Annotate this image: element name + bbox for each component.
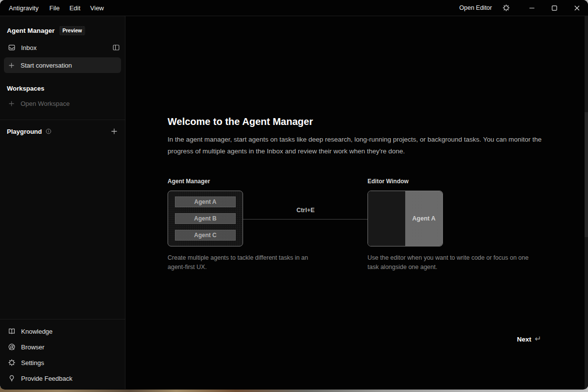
inbox-icon xyxy=(8,44,16,51)
playground-title: Playground xyxy=(7,128,42,135)
menu-view[interactable]: View xyxy=(90,4,104,12)
browser-icon xyxy=(8,343,16,351)
next-button[interactable]: Next ↵ xyxy=(517,335,541,343)
menu-file[interactable]: File xyxy=(49,4,60,12)
sidebar-divider xyxy=(0,120,125,120)
maximize-icon xyxy=(552,5,557,11)
playground-add-button[interactable] xyxy=(110,127,118,135)
gear-icon xyxy=(502,4,510,12)
agent-manager-diagram-label: Agent Manager xyxy=(168,178,210,185)
knowledge-label: Knowledge xyxy=(21,328,52,335)
plus-icon xyxy=(8,62,15,69)
sidebar-item-inbox[interactable]: Inbox xyxy=(0,40,125,55)
minimize-icon xyxy=(529,5,535,11)
sidebar-item-knowledge[interactable]: Knowledge xyxy=(0,323,125,339)
editor-window-caption: Use the editor when you want to write co… xyxy=(368,253,529,272)
open-workspace-label: Open Workspace xyxy=(21,100,70,107)
settings-gear-button[interactable] xyxy=(499,0,514,16)
start-conversation-button[interactable]: Start conversation xyxy=(4,57,121,73)
sidebar-item-browser[interactable]: Browser xyxy=(0,339,125,355)
agent-manager-diagram: Agent A Agent B Agent C xyxy=(168,191,243,246)
toggle-panel-button[interactable] xyxy=(112,44,120,51)
info-icon[interactable] xyxy=(46,128,51,134)
page-description: In the agent manager, start agents on ta… xyxy=(168,134,544,157)
book-icon xyxy=(8,327,16,335)
playground-section: Playground xyxy=(7,127,118,135)
sidebar-item-provide-feedback[interactable]: Provide Feedback xyxy=(0,370,125,386)
scrollbar-track[interactable] xyxy=(585,16,588,389)
sidebar-item-settings[interactable]: Settings xyxy=(0,355,125,370)
preview-badge: Preview xyxy=(59,26,86,35)
shortcut-label: Ctrl+E xyxy=(243,207,368,214)
close-button[interactable] xyxy=(565,0,588,16)
sidebar-bottom: Knowledge Browser xyxy=(0,319,125,389)
open-workspace-button[interactable]: Open Workspace xyxy=(0,96,125,111)
close-icon xyxy=(574,5,580,11)
gear-icon xyxy=(8,359,16,367)
inbox-label: Inbox xyxy=(21,44,37,51)
connector-line xyxy=(243,219,368,220)
return-enter-icon: ↵ xyxy=(535,335,541,343)
agent-a-bar: Agent A xyxy=(175,196,236,207)
lightbulb-icon xyxy=(8,374,16,382)
sidebar-header: Agent Manager Preview xyxy=(7,26,118,35)
menu-antigravity[interactable]: Antigravity xyxy=(9,4,39,12)
scrollbar-thumb[interactable] xyxy=(585,112,588,237)
open-editor-button[interactable]: Open Editor xyxy=(459,4,492,11)
provide-feedback-label: Provide Feedback xyxy=(21,375,73,382)
agent-b-bar: Agent B xyxy=(175,213,236,224)
editor-window-diagram: Agent A xyxy=(368,191,443,246)
agent-manager-title: Agent Manager xyxy=(7,27,55,34)
editor-code-pane xyxy=(368,191,405,246)
editor-window-diagram-label: Editor Window xyxy=(368,178,409,185)
plus-icon xyxy=(8,100,15,107)
browser-label: Browser xyxy=(21,343,45,351)
settings-label: Settings xyxy=(21,359,44,367)
editor-agent-pane: Agent A xyxy=(405,191,442,246)
page-title: Welcome to the Agent Manager xyxy=(168,116,313,127)
next-label: Next xyxy=(517,336,531,343)
workspaces-section-title: Workspaces xyxy=(7,85,118,92)
title-bar: Antigravity File Edit View Open Editor xyxy=(0,0,588,16)
main-content: Welcome to the Agent Manager In the agen… xyxy=(125,16,588,389)
menu-edit[interactable]: Edit xyxy=(70,4,80,12)
minimize-button[interactable] xyxy=(520,0,543,16)
plus-icon xyxy=(110,127,118,135)
start-conversation-label: Start conversation xyxy=(21,62,72,69)
app-window: Antigravity File Edit View Open Editor xyxy=(0,0,588,390)
agent-c-bar: Agent C xyxy=(175,230,236,241)
sidebar: Agent Manager Preview Inbox xyxy=(0,16,125,389)
maximize-button[interactable] xyxy=(543,0,565,16)
split-panel-icon xyxy=(112,44,120,51)
agent-manager-caption: Create multiple agents to tackle differe… xyxy=(168,253,314,272)
titlebar-right: Open Editor xyxy=(459,0,588,16)
